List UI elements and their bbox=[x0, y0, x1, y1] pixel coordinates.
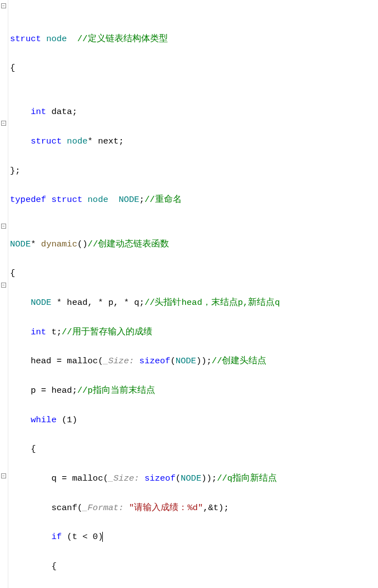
code-line[interactable]: head = malloc(_Size: sizeof(NODE));//创建头… bbox=[10, 354, 378, 368]
gutter: − − − − − bbox=[0, 0, 8, 588]
fold-icon[interactable]: − bbox=[1, 121, 6, 126]
code-line[interactable]: p = head;//p指向当前末结点 bbox=[10, 383, 378, 398]
code-line[interactable]: { bbox=[10, 61, 378, 75]
code-line[interactable]: q = malloc(_Size: sizeof(NODE));//q指向新结点 bbox=[10, 471, 378, 486]
code-line[interactable]: NODE* dynamic()//创建动态链表函数 bbox=[10, 237, 378, 251]
code-line[interactable]: }; bbox=[10, 164, 378, 178]
code-editor: − − − − − struct node //定义链表结构体类型 { int … bbox=[0, 0, 378, 588]
code-line[interactable]: scanf(_Format: "请输入成绩：%d",&t); bbox=[10, 501, 378, 515]
code-line[interactable]: if (t < 0) bbox=[10, 530, 378, 544]
fold-icon[interactable]: − bbox=[1, 473, 6, 478]
fold-icon[interactable]: − bbox=[1, 283, 6, 288]
code-line[interactable]: while (1) bbox=[10, 413, 378, 427]
code-line[interactable]: { bbox=[10, 442, 378, 456]
code-line[interactable]: int data; bbox=[10, 105, 378, 119]
fold-icon[interactable]: − bbox=[1, 224, 6, 229]
code-line[interactable]: struct node //定义链表结构体类型 bbox=[10, 32, 378, 46]
code-line[interactable]: { bbox=[10, 266, 378, 280]
code-line[interactable]: int t;//用于暂存输入的成绩 bbox=[10, 325, 378, 339]
code-line[interactable]: struct node* next; bbox=[10, 134, 378, 149]
code-line[interactable]: { bbox=[10, 559, 378, 574]
code-line[interactable]: NODE * head, * p, * q;//头指针head，末结点p,新结点… bbox=[10, 295, 378, 310]
code-line[interactable]: typedef struct node NODE;//重命名 bbox=[10, 192, 378, 207]
fold-icon[interactable]: − bbox=[1, 3, 6, 8]
